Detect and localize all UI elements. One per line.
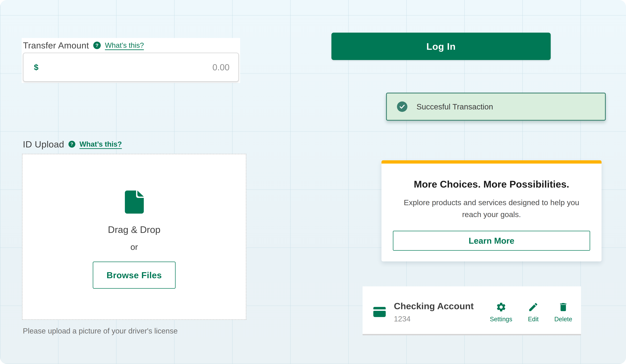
document-icon [124,191,144,214]
drag-drop-text: Drag & Drop [23,224,246,235]
transfer-amount-input[interactable]: $ 0.00 [23,53,239,82]
settings-button[interactable]: Settings [490,302,512,323]
transfer-label-row: Transfer Amount ? What’s this? [23,40,144,51]
id-upload-label: ID Upload [23,139,64,150]
browse-files-button[interactable]: Browse Files [93,262,176,289]
currency-symbol: $ [34,62,39,72]
or-text: or [23,242,246,252]
account-card: Checking Account 1234 Settings Edit Dele… [363,286,581,335]
transfer-amount-panel: Transfer Amount ? What’s this? $ 0.00 [22,38,240,83]
pencil-icon [528,302,539,313]
id-upload-dropzone[interactable]: Drag & Drop or Browse Files [22,154,246,320]
account-actions: Settings Edit Delete [490,302,572,323]
success-toast: Succesful Transaction [386,93,606,121]
credit-card-icon [373,307,386,317]
delete-label: Delete [554,316,572,323]
delete-button[interactable]: Delete [554,302,572,323]
transfer-whats-this-link[interactable]: What’s this? [105,41,144,49]
promo-card: More Choices. More Possibilities. Explor… [382,160,602,261]
upload-label-row: ID Upload ? What’s this? [23,138,122,150]
promo-title: More Choices. More Possibilities. [382,179,602,190]
gear-icon [496,302,507,313]
amount-placeholder: 0.00 [212,62,230,72]
edit-button[interactable]: Edit [528,302,539,323]
account-name: Checking Account [394,301,474,311]
log-in-label: Log In [427,41,456,52]
transfer-amount-label: Transfer Amount [23,40,89,50]
log-in-button[interactable]: Log In [331,33,551,60]
upload-caption: Please upload a picture of your driver's… [23,326,178,335]
upload-whats-this-link[interactable]: What’s this? [79,140,122,148]
edit-label: Edit [528,316,539,323]
account-number: 1234 [394,314,410,323]
check-icon [397,101,407,112]
promo-accent-bar [382,160,602,163]
settings-label: Settings [490,316,512,323]
learn-more-button[interactable]: Learn More [393,231,590,251]
promo-body: Explore products and services designed t… [397,197,586,220]
toast-message: Succesful Transaction [417,102,493,111]
page-canvas: Transfer Amount ? What’s this? $ 0.00 Lo… [0,0,626,364]
help-icon[interactable]: ? [69,141,75,148]
learn-more-label: Learn More [469,236,514,245]
help-icon[interactable]: ? [93,41,101,49]
trash-icon [558,302,569,313]
browse-files-label: Browse Files [107,270,162,280]
